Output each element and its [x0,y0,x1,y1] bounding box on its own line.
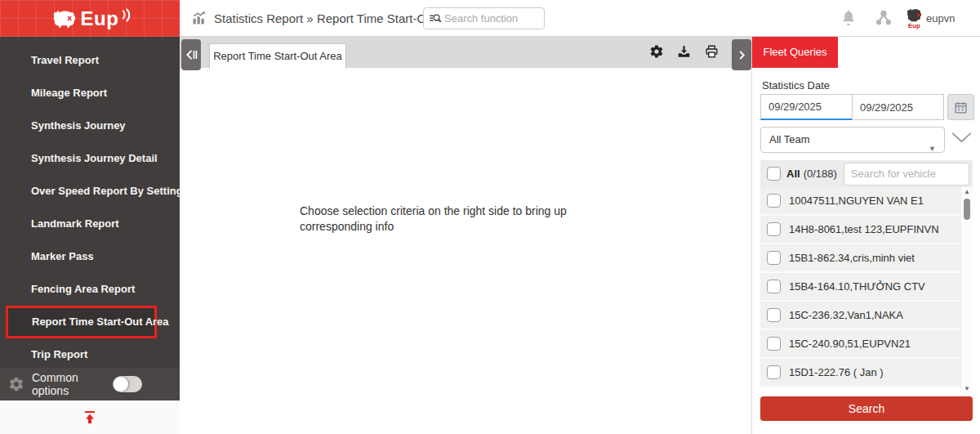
select-all-checkbox[interactable] [767,167,781,181]
vehicle-label: 15D1-222.76 ( Jan ) [789,366,884,378]
sidebar-collapse-button[interactable] [181,39,201,70]
caret-down-icon: ▼ [929,136,936,161]
expand-right-icon [736,48,748,62]
arrow-to-top-icon[interactable] [83,410,96,424]
vehicle-label: 15B1-862.34,cris,minh viet [789,252,915,264]
select-all-count: (0/188) [804,168,837,180]
sidebar-item[interactable]: Mileage Report [0,77,180,110]
vehicle-list-header: All (0/188) [760,160,973,187]
brand-logo: Eup [0,0,180,37]
sidebar-item[interactable]: Travel Report [0,44,180,77]
calendar-button[interactable] [947,94,974,120]
scrollbar-down-icon[interactable]: ▼ [961,385,973,392]
vehicle-checkbox[interactable] [767,308,781,322]
download-icon [676,44,692,59]
vehicle-label: 15C-240.90,51,EUPVN21 [789,338,911,350]
vehicle-row[interactable]: 10047511,NGUYEN VAN E1 [760,187,973,216]
empty-state-message: Choose selection criteria on the right s… [300,204,620,235]
sidebar-menu: Travel Report Mileage Report Synthesis J… [0,37,180,371]
vehicle-label: 15B4-164.10,THƯỞNG CTV [789,280,925,293]
vehicle-checkbox[interactable] [767,365,781,379]
sidebar-item-label: Trip Report [31,348,87,360]
panel-collapse-button[interactable] [732,39,751,70]
gear-icon [649,44,664,59]
function-search [423,7,545,29]
sidebar-item[interactable]: Over Speed Report By Setting [0,175,180,208]
common-options-row: Common options [0,368,180,400]
top-header: Eup Statistics Report » Report Time Star… [0,0,980,37]
sidebar-item-label: Landmark Report [31,217,119,230]
sidebar-item-label: Synthesis Journey Detail [31,152,158,164]
user-icon[interactable] [875,9,893,30]
vehicle-checkbox[interactable] [767,194,781,208]
signal-waves-icon [121,7,131,22]
app-root: Eup Statistics Report » Report Time Star… [0,0,980,434]
vehicle-checkbox[interactable] [767,280,781,293]
vehicle-row[interactable]: 15D1-222.76 ( Jan ) [760,359,973,387]
sidebar-item[interactable]: Fencing Area Report [0,273,180,306]
sidebar-item[interactable]: Report Time Start-Out Area [6,306,157,338]
sidebar-item-label: Report Time Start-Out Area [32,315,169,328]
bar-chart-icon [191,10,207,26]
sidebar-item-label: Fencing Area Report [31,283,135,295]
sidebar: Travel Report Mileage Report Synthesis J… [0,37,180,434]
logo-text: Eup [81,7,119,30]
sidebar-item[interactable]: Trip Report [0,338,180,371]
sidebar-item-label: Marker Pass [31,250,94,262]
download-button[interactable] [676,44,692,59]
vehicle-label: 10047511,NGUYEN VAN E1 [789,195,924,207]
svg-text:Eup: Eup [908,22,920,29]
username[interactable]: eupvn [926,12,955,25]
chevron-down-icon[interactable] [951,132,973,144]
bull-logo-icon [48,8,78,29]
sidebar-item[interactable]: Synthesis Journey Detail [0,142,180,175]
report-content: Choose selection criteria on the right s… [180,68,751,434]
team-select[interactable]: All Team ▼ [760,127,945,153]
common-options-toggle[interactable] [113,376,142,392]
vehicle-label: 15C-236.32,Van1,NAKA [789,309,903,321]
settings-button[interactable] [649,44,664,59]
calendar-icon [954,101,968,114]
vehicle-label: 14H8-8061,test 123,EUPFINVN [789,223,939,235]
fleet-queries-tab[interactable]: Fleet Queries [752,37,838,68]
sidebar-item-label: Travel Report [31,54,99,66]
scrollbar-thumb[interactable] [964,199,970,220]
tab-report-time-start-out-area[interactable]: Report Time Start-Out Area [209,43,346,69]
scrollbar-up-icon[interactable]: ▲ [961,188,973,195]
vehicle-list: 10047511,NGUYEN VAN E1 14H8-8061,test 12… [760,187,973,393]
vehicle-checkbox[interactable] [767,222,781,236]
vehicle-checkbox[interactable] [767,251,781,265]
sidebar-item[interactable]: Landmark Report [0,208,180,240]
sidebar-item-label: Synthesis Journey [31,119,126,132]
vehicle-search-input[interactable] [844,163,969,186]
sidebar-item[interactable]: Synthesis Journey [0,110,180,142]
vehicle-list-scrollbar[interactable]: ▲ ▼ [960,187,973,393]
team-select-value: All Team [769,133,810,145]
avatar-logo-icon[interactable]: Eup [903,6,924,34]
common-options-label: Common options [32,371,113,397]
date-from-input[interactable] [760,94,853,120]
function-search-input[interactable] [444,12,544,25]
sidebar-item-label: Over Speed Report By Setting [31,185,183,197]
date-to-input[interactable] [852,94,944,120]
bell-icon[interactable] [840,9,858,30]
collapse-left-icon [185,47,198,62]
vehicle-row[interactable]: 15B4-164.10,THƯỞNG CTV [760,273,973,302]
print-icon [704,44,719,59]
vehicle-row[interactable]: 15B1-862.34,cris,minh viet [760,244,973,273]
search-function-icon [428,11,443,26]
toggle-knob [114,377,128,391]
vehicle-checkbox[interactable] [767,337,781,351]
vehicle-row[interactable]: 14H8-8061,test 123,EUPFINVN [760,216,973,244]
sidebar-item-label: Mileage Report [31,87,107,99]
search-button[interactable]: Search [760,396,973,421]
statistics-date-label: Statistics Date [762,79,830,92]
print-button[interactable] [704,44,719,59]
sidebar-item[interactable]: Marker Pass [0,240,180,273]
vehicle-row[interactable]: 15C-240.90,51,EUPVN21 [760,330,973,359]
fleet-queries-panel: Fleet Queries Statistics Date All Team ▼… [751,37,980,434]
sidebar-footer [0,400,180,434]
vehicle-row[interactable]: 15C-236.32,Van1,NAKA [760,302,973,330]
gear-icon [8,376,24,392]
tab-toolbar [649,44,719,59]
